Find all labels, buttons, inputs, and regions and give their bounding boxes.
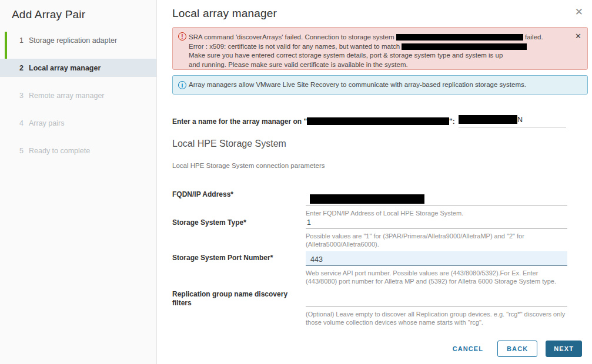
step-number: 3 [18, 92, 24, 100]
filters-input[interactable] [306, 288, 567, 307]
form-row-filters: Replication group name discovery filters… [172, 288, 567, 326]
step-array-pairs: 4 Array pairs [0, 114, 156, 132]
filters-label: Replication group name discovery filters [172, 288, 296, 326]
step-number: 1 [18, 36, 24, 45]
filters-helper: (Optional) Leave empty to discover all R… [306, 310, 567, 326]
step-number: 2 [18, 64, 24, 72]
back-button[interactable]: BACK [497, 341, 537, 357]
cancel-button[interactable]: CANCEL [447, 341, 489, 357]
redacted-text [307, 117, 449, 125]
error-text-segment: SRA command 'discoverArrays' failed. Con… [189, 33, 394, 41]
redacted-text [310, 194, 424, 204]
step-number: 5 [18, 147, 24, 155]
completed-step-indicator [5, 32, 7, 59]
section-heading: Local HPE Storage System [172, 139, 286, 149]
type-label: Storage System Type* [172, 216, 296, 248]
step-label: Array pairs [29, 119, 64, 127]
info-alert: i Array managers allow VMware Live Site … [172, 75, 588, 95]
step-remote-array-manager: 3 Remote array manager [0, 86, 156, 105]
form-row-fqdn: FQDN/IP Address* Enter FQDN/IP Address o… [172, 188, 567, 217]
port-helper: Web service API port number. Possible va… [306, 269, 567, 285]
wizard-sidebar: Add Array Pair 1 Storage replication ada… [0, 0, 157, 364]
error-text-segment: failed. [525, 33, 543, 41]
step-number: 4 [18, 119, 24, 127]
step-label: Remote array manager [29, 92, 105, 100]
fqdn-input[interactable] [306, 188, 567, 206]
wizard-footer: CANCEL BACK NEXT [447, 341, 582, 357]
step-storage-replication-adapter[interactable]: 1 Storage replication adapter [0, 31, 156, 49]
step-local-array-manager[interactable]: 2 Local array manager [0, 59, 156, 77]
form-row-port: Storage System Port Number* 443 Web serv… [172, 251, 567, 285]
error-text-segment: Make sure you have entered correct stora… [189, 52, 503, 59]
port-value: 443 [310, 255, 323, 264]
error-icon: ! [178, 32, 186, 41]
name-value-visible-char: N [517, 116, 523, 124]
redacted-text [402, 43, 527, 50]
wizard-step-list: 1 Storage replication adapter 2 Local ar… [0, 31, 156, 169]
redacted-text [396, 34, 523, 41]
add-array-pair-dialog: Add Array Pair 1 Storage replication ada… [0, 0, 592, 364]
step-label: Storage replication adapter [29, 36, 117, 45]
port-label: Storage System Port Number* [172, 251, 296, 285]
info-icon: i [178, 81, 186, 89]
redacted-text [459, 115, 517, 124]
wizard-title: Add Array Pair [0, 0, 156, 21]
type-input[interactable]: 1 [306, 216, 567, 229]
step-label: Ready to complete [29, 147, 90, 155]
next-button[interactable]: NEXT [546, 341, 582, 357]
step-ready-to-complete: 5 Ready to complete [0, 141, 156, 160]
fqdn-label: FQDN/IP Address* [172, 188, 296, 217]
wizard-step-content: Local array manager ✕ ! SRA command 'dis… [157, 0, 592, 364]
alert-close-icon[interactable]: ✕ [575, 32, 581, 40]
array-manager-name-label: Enter a name for the array manager on ""… [172, 117, 455, 126]
form-row-type: Storage System Type* 1 Possible values a… [172, 216, 567, 248]
section-subheading: Local HPE Storage System connection para… [172, 162, 325, 169]
step-label: Local array manager [29, 64, 101, 72]
info-alert-text: Array managers allow VMware Live Site Re… [189, 81, 526, 88]
port-input[interactable]: 443 [306, 251, 567, 266]
error-text-segment: and running. Please make sure valid cert… [189, 61, 408, 68]
error-alert-text: SRA command 'discoverArrays' failed. Con… [189, 33, 570, 69]
error-text-segment: Error : x509: certificate is not valid f… [189, 43, 400, 50]
type-value: 1 [307, 218, 311, 227]
page-title: Local array manager [172, 7, 277, 20]
type-helper: Possible values are "1" for (3PAR/Primer… [306, 232, 567, 248]
close-icon[interactable]: ✕ [575, 7, 583, 17]
error-alert: ! SRA command 'discoverArrays' failed. C… [172, 27, 588, 70]
array-manager-name-input[interactable]: N [459, 115, 566, 127]
